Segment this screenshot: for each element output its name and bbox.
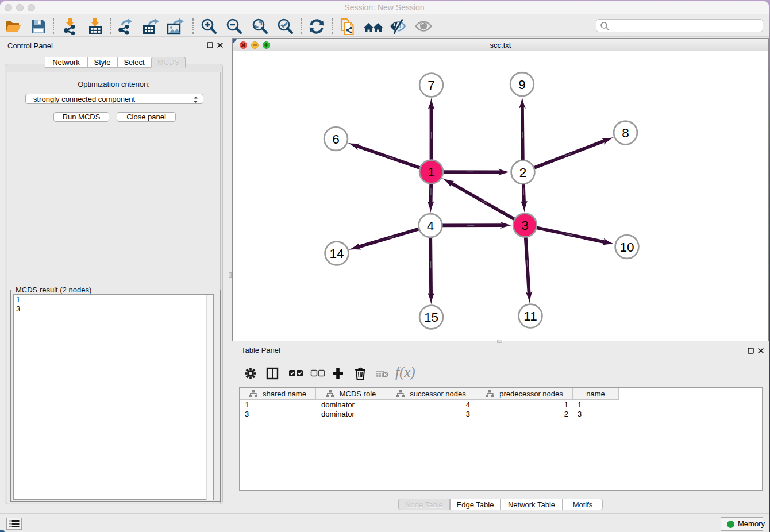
svg-text:10: 10 [619,240,634,255]
svg-text:7: 7 [428,78,435,92]
svg-text:8: 8 [622,126,629,140]
svg-text:15: 15 [424,310,438,325]
svg-text:2: 2 [519,165,527,180]
svg-text:11: 11 [523,309,537,323]
svg-text:3: 3 [521,218,529,233]
svg-text:4: 4 [427,219,434,233]
svg-text:6: 6 [332,132,340,147]
svg-text:9: 9 [518,78,526,92]
svg-text:14: 14 [329,246,344,261]
svg-text:1: 1 [428,165,435,179]
